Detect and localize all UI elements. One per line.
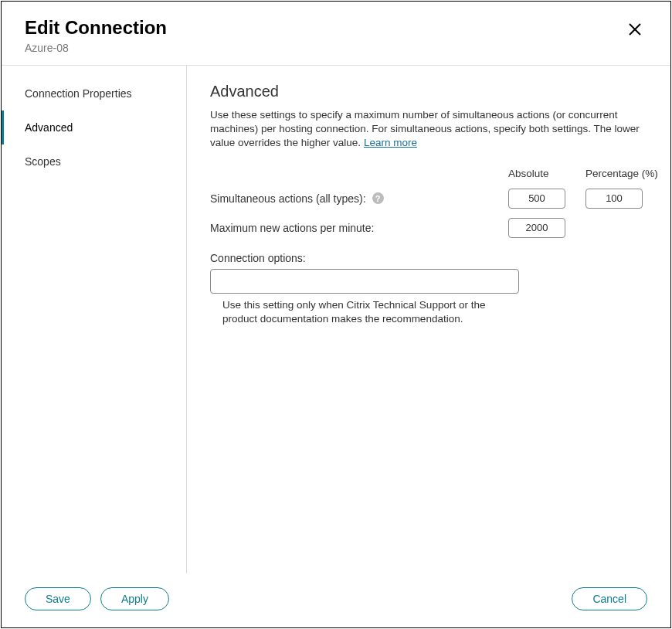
section-title: Advanced [210,83,647,100]
connection-options-hint: Use this setting only when Citrix Techni… [210,298,519,326]
max-new-absolute-input[interactable] [508,218,565,238]
cancel-button[interactable]: Cancel [572,587,647,610]
sidebar-item-connection-properties[interactable]: Connection Properties [2,76,186,110]
simultaneous-actions-label: Simultaneous actions (all types): ? [210,192,493,205]
column-header-percentage: Percentage (%) [585,168,647,179]
sidebar-item-label: Scopes [25,155,61,168]
description-text: Use these settings to specify a maximum … [210,109,640,148]
close-button[interactable] [623,17,647,44]
header-titles: Edit Connection Azure-08 [25,17,167,54]
dialog-header: Edit Connection Azure-08 [2,2,670,66]
column-header-absolute: Absolute [508,168,570,179]
connection-options-label: Connection options: [210,252,647,264]
sidebar-item-label: Advanced [25,121,73,134]
dialog-footer: Save Apply Cancel [2,573,670,627]
main-panel: Advanced Use these settings to specify a… [187,66,670,573]
sidebar-item-advanced[interactable]: Advanced [2,110,186,144]
dialog-subtitle: Azure-08 [25,42,167,54]
edit-connection-dialog: Edit Connection Azure-08 Connection Prop… [1,1,671,628]
simultaneous-absolute-input[interactable] [508,189,565,209]
settings-grid: Absolute Percentage (%) Simultaneous act… [210,168,647,238]
max-new-actions-label: Maximum new actions per minute: [210,222,493,234]
simultaneous-percentage-input[interactable] [585,189,643,209]
close-icon [627,22,643,37]
help-icon[interactable]: ? [372,192,384,204]
dialog-title: Edit Connection [25,17,167,39]
learn-more-link[interactable]: Learn more [364,137,417,148]
footer-left-buttons: Save Apply [25,587,169,610]
footer-right-buttons: Cancel [572,587,647,610]
apply-button[interactable]: Apply [100,587,169,610]
sidebar: Connection Properties Advanced Scopes [2,66,187,573]
dialog-body: Connection Properties Advanced Scopes Ad… [2,66,670,573]
sidebar-item-scopes[interactable]: Scopes [2,144,186,178]
sidebar-item-label: Connection Properties [25,87,132,100]
section-description: Use these settings to specify a maximum … [210,108,647,151]
save-button[interactable]: Save [25,587,91,610]
connection-options-input[interactable] [210,269,519,294]
